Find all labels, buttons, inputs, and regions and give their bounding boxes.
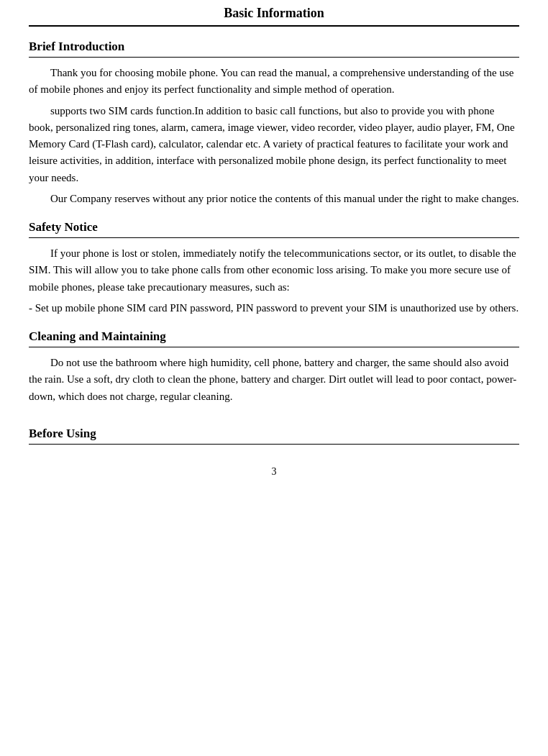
page-number: 3 [29,466,519,485]
section-before-using: Before Using [29,427,519,445]
section-heading-before-using: Before Using [29,427,519,445]
section-body-cleaning: Do not use the bathroom where high humid… [29,355,519,405]
section-heading-safety-notice: Safety Notice [29,220,519,238]
paragraph-cleaning-1: Do not use the bathroom where high humid… [29,355,519,405]
section-heading-brief-introduction: Brief Introduction [29,40,519,58]
section-body-brief-introduction: Thank you for choosing mobile phone. You… [29,65,519,207]
paragraph-brief-2: supports two SIM cards function.In addit… [29,103,519,186]
paragraph-brief-3: Our Company reserves without any prior n… [29,191,519,207]
page-title: Basic Information [29,0,519,27]
section-cleaning-and-maintaining: Cleaning and Maintaining Do not use the … [29,329,519,405]
section-brief-introduction: Brief Introduction Thank you for choosin… [29,40,519,207]
section-safety-notice: Safety Notice If your phone is lost or s… [29,220,519,316]
section-heading-cleaning: Cleaning and Maintaining [29,329,519,347]
paragraph-safety-2: - Set up mobile phone SIM card PIN passw… [29,300,519,316]
paragraph-brief-1: Thank you for choosing mobile phone. You… [29,65,519,99]
paragraph-safety-1: If your phone is lost or stolen, immedia… [29,245,519,296]
section-body-safety-notice: If your phone is lost or stolen, immedia… [29,245,519,316]
